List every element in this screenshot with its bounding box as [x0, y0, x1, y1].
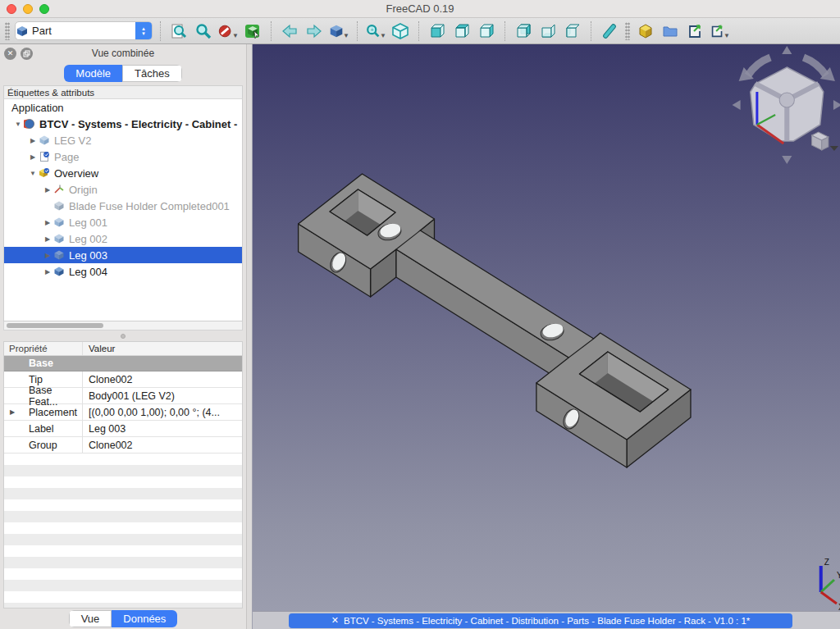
- part-icon: [637, 22, 655, 40]
- svg-text:+: +: [370, 25, 373, 33]
- property-view-tabs: Vue Données: [69, 610, 178, 627]
- open-folder-button[interactable]: [660, 21, 681, 42]
- tab-close-icon[interactable]: ✕: [331, 615, 339, 626]
- forward-arrow-icon: [305, 22, 323, 40]
- document-tab-label: BTCV - Systems - Electricity - Cabinet -…: [344, 616, 750, 626]
- toolbar-separator: [418, 21, 419, 41]
- view-bottom-button[interactable]: [537, 21, 559, 42]
- property-row-label[interactable]: Label Leg 003: [4, 421, 242, 437]
- view-top-button[interactable]: [451, 21, 472, 42]
- dropdown-caret: ▼: [380, 32, 386, 42]
- zoom-icon: +: [365, 22, 381, 40]
- axonometric-icon: [391, 22, 409, 40]
- navigate-forward-button[interactable]: [304, 21, 325, 42]
- workbench-selector[interactable]: Part ▲▼: [15, 21, 153, 40]
- navigate-back-button[interactable]: [279, 21, 300, 42]
- property-row-placement[interactable]: ▶Placement [(0,00 0,00 1,00); 0,00 °; (4…: [4, 404, 242, 421]
- fit-selection-icon: [194, 22, 212, 40]
- axis-y-label: Y: [837, 571, 840, 580]
- toolbar-separator: [160, 21, 161, 41]
- clone-icon: [53, 217, 66, 228]
- tree-item-application[interactable]: Application: [4, 99, 242, 116]
- view-rear-icon: [514, 22, 532, 40]
- clone-icon: [53, 249, 66, 261]
- view-top-icon: [453, 22, 471, 40]
- column-valeur[interactable]: Valeur: [83, 344, 242, 353]
- expand-arrow-icon[interactable]: ▶: [42, 252, 53, 259]
- tree-item-overview[interactable]: ▼ Overview: [4, 165, 242, 181]
- panel-resize-splitter[interactable]: [246, 44, 253, 629]
- draw-style-button[interactable]: ▼: [217, 21, 239, 42]
- zoom-button[interactable]: +▼: [365, 21, 386, 42]
- view-standard-button[interactable]: ▼: [328, 21, 349, 42]
- view-right-button[interactable]: [476, 21, 497, 42]
- document-tabbar: ✕ BTCV - Systems - Electricity - Cabinet…: [253, 611, 840, 629]
- dropdown-caret: ▼: [724, 32, 730, 42]
- expand-arrow-icon[interactable]: ▶: [42, 235, 53, 243]
- property-group-base[interactable]: Base: [4, 356, 242, 371]
- toolbar-grip[interactable]: [625, 22, 630, 40]
- toolbar-grip[interactable]: [5, 22, 10, 40]
- tab-modele[interactable]: Modèle: [64, 65, 122, 82]
- dropdown-caret: ▼: [343, 32, 349, 42]
- expand-arrow-icon[interactable]: ▶: [10, 408, 15, 416]
- workbench-label: Part: [29, 25, 135, 37]
- view-front-button[interactable]: [427, 21, 448, 42]
- workbench-stepper[interactable]: ▲▼: [135, 21, 152, 40]
- part-import-button[interactable]: [635, 21, 656, 42]
- expand-arrow-icon[interactable]: ▶: [27, 137, 39, 144]
- scrollbar-thumb[interactable]: [7, 323, 103, 328]
- fit-selection-button[interactable]: [193, 21, 214, 42]
- view-bottom-icon: [539, 22, 557, 40]
- panel-splitter-handle[interactable]: [0, 330, 246, 341]
- tree-item-page[interactable]: ▶ Page: [4, 148, 242, 165]
- toolbar-separator: [357, 21, 358, 41]
- tree-item-origin[interactable]: ▶ Origin: [4, 181, 242, 198]
- clone-icon: [53, 266, 66, 277]
- 3d-viewport[interactable]: Z Y X: [253, 44, 840, 611]
- tree-item-document[interactable]: ▼ BTCV - Systems - Electricity - Cabinet…: [4, 116, 242, 132]
- view-axonometric-button[interactable]: [390, 21, 411, 42]
- expand-arrow-icon[interactable]: ▶: [42, 268, 53, 276]
- clone-icon: [53, 233, 66, 244]
- tab-taches[interactable]: Tâches: [122, 65, 182, 82]
- view-cube-icon: [328, 22, 345, 40]
- tree-item-blade-fuse-holder[interactable]: Blade Fuse Holder Completed001: [4, 198, 242, 214]
- expand-arrow-icon[interactable]: ▶: [42, 219, 53, 226]
- tree-item-leg-003[interactable]: ▶ Leg 003: [4, 247, 242, 263]
- model-tree: Application ▼ BTCV - Systems - Electrici…: [3, 99, 243, 321]
- tree-item-leg-001[interactable]: ▶ Leg 001: [4, 214, 242, 230]
- selection-view-button[interactable]: [242, 21, 263, 42]
- export-options-button[interactable]: ▼: [709, 21, 730, 42]
- page-icon: [39, 151, 52, 162]
- measure-button[interactable]: [599, 21, 620, 42]
- view-left-button[interactable]: [562, 21, 583, 42]
- window-title: FreeCAD 0.19: [0, 2, 840, 15]
- expand-arrow-icon[interactable]: ▼: [27, 170, 39, 177]
- expand-arrow-icon[interactable]: ▶: [42, 186, 53, 194]
- part-icon: [39, 167, 52, 179]
- export-button[interactable]: [684, 21, 705, 42]
- document-tab[interactable]: ✕ BTCV - Systems - Electricity - Cabinet…: [289, 613, 792, 628]
- property-row-group[interactable]: Group Clone002: [4, 437, 242, 454]
- workbench-cube-icon: [16, 25, 29, 38]
- tree-item-leg-v2[interactable]: ▶ LEG V2: [4, 132, 242, 148]
- expand-arrow-icon[interactable]: ▼: [12, 121, 24, 128]
- column-propriete[interactable]: Propriété: [4, 342, 83, 355]
- property-row-base-feature[interactable]: Base Feat... Body001 (LEG V2): [4, 388, 242, 404]
- tree-item-leg-004[interactable]: ▶ Leg 004: [4, 263, 242, 280]
- tree-item-leg-002[interactable]: ▶ Leg 002: [4, 230, 242, 247]
- expand-arrow-icon[interactable]: ▶: [27, 153, 39, 161]
- tab-vue[interactable]: Vue: [69, 610, 112, 627]
- splitter-dot-icon: [121, 334, 126, 339]
- tree-horizontal-scrollbar[interactable]: [3, 321, 243, 330]
- property-empty-rows: [4, 454, 242, 608]
- toolbar-separator: [271, 21, 272, 41]
- view-rear-button[interactable]: [513, 21, 534, 42]
- dropdown-caret: ▼: [232, 32, 239, 42]
- export-options-icon: [709, 22, 725, 40]
- fit-all-button[interactable]: [168, 21, 189, 42]
- tab-donnees[interactable]: Données: [112, 610, 177, 627]
- toolbar-separator: [591, 21, 591, 41]
- property-table-header: Propriété Valeur: [4, 342, 242, 356]
